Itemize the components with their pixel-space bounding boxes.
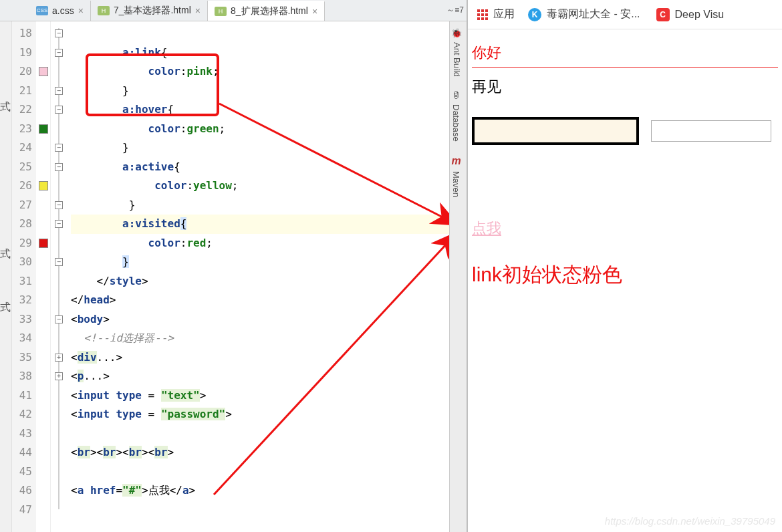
code-line[interactable]: <div...> bbox=[71, 348, 456, 368]
rendered-page: 你好 再见 点我 link初始状态粉色 bbox=[468, 29, 782, 293]
hello-text: 你好 bbox=[472, 43, 778, 68]
fold-toggle-icon[interactable] bbox=[55, 220, 63, 228]
tool-tab-label: Database bbox=[451, 104, 461, 142]
tool-tab[interactable]: mMaven bbox=[450, 148, 463, 204]
line-number: 22 bbox=[12, 100, 32, 120]
close-icon[interactable]: × bbox=[312, 6, 317, 17]
editor-tab[interactable]: H8_扩展选择器.html× bbox=[208, 1, 325, 21]
password-input[interactable] bbox=[651, 120, 771, 142]
line-number: 29 bbox=[12, 234, 32, 253]
line-number-gutter: 1819202122232425262728293031323334353841… bbox=[12, 21, 36, 532]
fold-toggle-icon[interactable] bbox=[55, 258, 63, 266]
code-line[interactable]: a:visited{ bbox=[71, 215, 456, 234]
line-number: 28 bbox=[12, 215, 32, 234]
tab-indicator-text: ～≡7 bbox=[446, 5, 464, 16]
code-line[interactable]: <br><br><br><br> bbox=[71, 443, 456, 462]
code-line[interactable]: <input type = "password"> bbox=[71, 405, 456, 424]
code-line[interactable]: <a href="#">点我</a> bbox=[71, 481, 456, 501]
tool-tab-icon: 🛢 bbox=[452, 90, 461, 100]
line-number: 42 bbox=[12, 405, 32, 424]
fold-toggle-icon[interactable] bbox=[55, 315, 63, 323]
fold-toggle-icon[interactable] bbox=[55, 163, 63, 171]
code-line[interactable]: <p...> bbox=[71, 367, 456, 386]
code-line[interactable]: color:red; bbox=[71, 234, 456, 253]
code-line[interactable]: <input type = "text"> bbox=[71, 386, 456, 406]
fold-toggle-icon[interactable] bbox=[55, 49, 63, 57]
watermark: https://blog.csdn.net/weixin_39795049 bbox=[605, 515, 775, 527]
color-swatch-marker[interactable] bbox=[39, 67, 48, 76]
code-line[interactable]: } bbox=[71, 253, 456, 272]
line-number: 26 bbox=[12, 176, 32, 196]
code-line[interactable] bbox=[71, 24, 456, 43]
bookmark-item[interactable]: K毒霸网址大全 - 安... bbox=[528, 7, 640, 21]
bye-text: 再见 bbox=[472, 77, 778, 97]
apps-label: 应用 bbox=[493, 7, 515, 21]
tool-tab-icon: m bbox=[451, 155, 461, 167]
fold-toggle-icon[interactable] bbox=[55, 372, 63, 380]
code-line[interactable]: } bbox=[71, 138, 456, 158]
tab-label: a.css bbox=[52, 5, 74, 16]
clip-text: 式 bbox=[0, 281, 11, 334]
color-swatch-marker[interactable] bbox=[39, 124, 48, 134]
bookmark-favicon-icon: K bbox=[528, 8, 541, 21]
line-number: 41 bbox=[12, 386, 32, 406]
fold-toggle-icon[interactable] bbox=[55, 29, 63, 37]
line-number: 30 bbox=[12, 253, 32, 272]
text-input[interactable] bbox=[472, 117, 639, 145]
bookmark-label: Deep Visu bbox=[675, 9, 725, 21]
fold-toggle-icon[interactable] bbox=[55, 201, 63, 209]
bookmark-bar: 应用 K毒霸网址大全 - 安...CDeep Visu bbox=[468, 0, 782, 29]
code-line[interactable]: </style> bbox=[71, 272, 456, 291]
code-line[interactable]: a:active{ bbox=[71, 158, 456, 177]
browser-pane: 应用 K毒霸网址大全 - 安...CDeep Visu 你好 再见 点我 lin… bbox=[468, 0, 782, 532]
editor-tab[interactable]: H7_基本选择器.html× bbox=[91, 1, 208, 21]
html-file-icon: H bbox=[98, 6, 110, 15]
ide-pane: CSSa.css×H7_基本选择器.html×H8_扩展选择器.html× ～≡… bbox=[0, 0, 468, 532]
code-line[interactable]: } bbox=[71, 196, 456, 215]
code-line[interactable] bbox=[71, 462, 456, 482]
editor-tab[interactable]: CSSa.css× bbox=[29, 1, 91, 21]
code-line[interactable]: color:yellow; bbox=[71, 176, 456, 196]
line-number: 38 bbox=[12, 367, 32, 386]
tool-tab-label: Maven bbox=[451, 171, 461, 197]
css-file-icon: CSS bbox=[36, 6, 48, 15]
line-number: 43 bbox=[12, 424, 32, 444]
close-icon[interactable]: × bbox=[195, 5, 201, 16]
color-swatch-marker[interactable] bbox=[39, 239, 48, 248]
highlight-red-box bbox=[86, 53, 219, 116]
annotation-text: link初始状态粉色 bbox=[472, 261, 778, 289]
apps-grid-icon bbox=[477, 9, 488, 20]
apps-button[interactable]: 应用 bbox=[477, 7, 515, 21]
tool-tab[interactable]: 🛢Database bbox=[450, 84, 463, 148]
fold-toggle-icon[interactable] bbox=[55, 144, 63, 152]
line-number: 27 bbox=[12, 196, 32, 215]
line-number: 20 bbox=[12, 62, 32, 82]
ide-tool-panel: 🐞Ant Build🛢DatabasemMaven bbox=[449, 21, 467, 532]
fold-toggle-icon[interactable] bbox=[55, 354, 63, 362]
line-number: 35 bbox=[12, 348, 32, 368]
bookmark-favicon-icon: C bbox=[656, 8, 670, 21]
fold-gutter bbox=[51, 21, 68, 532]
demo-link[interactable]: 点我 bbox=[472, 220, 501, 237]
code-line[interactable]: color:green; bbox=[71, 120, 456, 139]
bookmark-item[interactable]: CDeep Visu bbox=[656, 7, 725, 21]
code-line[interactable]: <body> bbox=[71, 310, 456, 329]
clip-text: 式 bbox=[0, 80, 11, 134]
close-icon[interactable]: × bbox=[78, 5, 84, 16]
clipped-left-panel: 式 式 式 bbox=[0, 80, 11, 334]
line-number: 21 bbox=[12, 82, 32, 101]
line-number: 45 bbox=[12, 462, 32, 482]
fold-toggle-icon[interactable] bbox=[55, 106, 63, 114]
code-line[interactable]: <!--id选择器--> bbox=[71, 329, 456, 348]
color-swatch-marker[interactable] bbox=[39, 181, 48, 190]
tool-tab[interactable]: 🐞Ant Build bbox=[450, 21, 463, 84]
line-number: 46 bbox=[12, 481, 32, 501]
line-number: 31 bbox=[12, 272, 32, 291]
code-line[interactable] bbox=[71, 501, 456, 520]
tool-tab-icon: 🐞 bbox=[451, 28, 462, 38]
color-marker-gutter bbox=[36, 21, 51, 532]
tab-label: 7_基本选择器.html bbox=[114, 5, 191, 17]
code-line[interactable]: </head> bbox=[71, 291, 456, 310]
code-line[interactable] bbox=[71, 424, 456, 444]
fold-toggle-icon[interactable] bbox=[55, 87, 63, 95]
